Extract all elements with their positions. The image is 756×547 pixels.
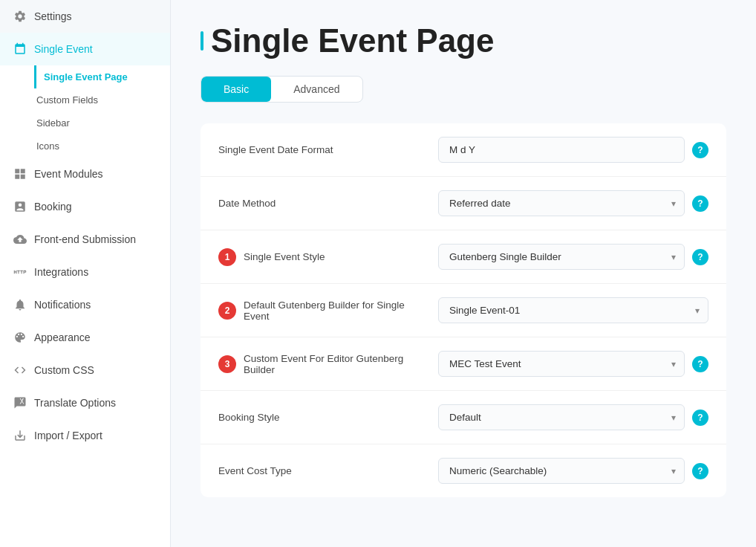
form-row-booking-style: Booking Style Default Modern Classic ? [201, 391, 726, 444]
help-btn-custom-event-editor[interactable]: ? [692, 356, 708, 372]
select-booking-style[interactable]: Default Modern Classic [438, 404, 685, 430]
select-event-cost-type[interactable]: Numeric (Searchable) Text None [438, 458, 685, 484]
page-title: Single Event Page [211, 22, 494, 59]
translate-icon [13, 396, 27, 410]
sidebar-item-settings-label: Settings [34, 10, 72, 22]
form-row-custom-event-editor: 3 Custom Event For Editor Gutenberg Buil… [201, 337, 726, 391]
integrations-icon [13, 265, 27, 279]
label-booking-style: Booking Style [218, 412, 426, 423]
sidebar-item-event-modules-label: Event Modules [34, 168, 103, 180]
gear-icon [13, 10, 27, 23]
input-date-format[interactable] [438, 137, 685, 163]
control-event-style: Gutenberg Single Builder Classic Modern … [438, 244, 708, 270]
select-wrapper-event-cost-type: Numeric (Searchable) Text None [438, 458, 685, 484]
select-custom-event-editor[interactable]: MEC Test Event Event 1 Event 2 [438, 351, 685, 377]
sidebar-item-import-export-label: Import / Export [34, 430, 102, 441]
step-badge-1: 1 [218, 248, 236, 266]
sidebar-item-booking[interactable]: Booking [0, 190, 170, 223]
select-wrapper-gutenberg-builder: Single Event-01 Single Event-02 Single E… [438, 297, 708, 323]
sidebar-item-appearance-label: Appearance [34, 331, 91, 343]
select-event-style[interactable]: Gutenberg Single Builder Classic Modern [438, 244, 685, 270]
sidebar-item-translate-options[interactable]: Translate Options [0, 386, 170, 419]
tab-basic[interactable]: Basic [201, 77, 271, 102]
label-event-cost-type: Event Cost Type [218, 465, 426, 476]
sidebar-subitem-icons[interactable]: Icons [34, 135, 170, 158]
sidebar-subitem-sidebar[interactable]: Sidebar [34, 111, 170, 135]
sidebar-subnav: Single Event Page Custom Fields Sidebar … [0, 65, 170, 158]
label-gutenberg-builder: 2 Default Gutenberg Builder for Single E… [218, 300, 426, 322]
label-date-method: Date Method [218, 198, 426, 209]
sidebar-item-import-export[interactable]: Import / Export [0, 419, 170, 452]
sidebar-item-frontend-submission-label: Front-end Submission [34, 233, 136, 245]
help-btn-booking-style[interactable]: ? [692, 410, 708, 426]
sidebar-subitem-single-event-page[interactable]: Single Event Page [34, 65, 170, 88]
page-title-accent-bar [201, 31, 203, 51]
sidebar: Settings Single Event Single Event Page … [0, 0, 171, 547]
sidebar-subitem-custom-fields[interactable]: Custom Fields [34, 88, 170, 111]
label-date-format: Single Event Date Format [218, 144, 426, 155]
select-wrapper-custom-event-editor: MEC Test Event Event 1 Event 2 [438, 351, 685, 377]
control-custom-event-editor: MEC Test Event Event 1 Event 2 ? [438, 351, 708, 377]
sidebar-item-custom-css[interactable]: Custom CSS [0, 354, 170, 386]
bell-icon [13, 298, 27, 311]
control-date-method: Referred date Start date End date ? [438, 190, 708, 216]
select-gutenberg-builder[interactable]: Single Event-01 Single Event-02 Single E… [438, 297, 708, 323]
control-date-format: ? [438, 137, 708, 163]
select-wrapper-date-method: Referred date Start date End date [438, 190, 685, 216]
sidebar-item-notifications[interactable]: Notifications [0, 288, 170, 321]
import-icon [13, 429, 27, 442]
select-wrapper-booking-style: Default Modern Classic [438, 404, 685, 430]
main-content: Single Event Page Basic Advanced Single … [171, 0, 756, 547]
sidebar-item-frontend-submission[interactable]: Front-end Submission [0, 223, 170, 256]
step-badge-2: 2 [218, 302, 236, 320]
label-custom-event-editor: 3 Custom Event For Editor Gutenberg Buil… [218, 353, 426, 375]
sidebar-item-single-event-label: Single Event [34, 43, 93, 55]
sidebar-item-single-event[interactable]: Single Event [0, 33, 170, 65]
control-gutenberg-builder: Single Event-01 Single Event-02 Single E… [438, 297, 708, 323]
select-wrapper-event-style: Gutenberg Single Builder Classic Modern [438, 244, 685, 270]
form-row-date-method: Date Method Referred date Start date End… [201, 177, 726, 230]
sidebar-item-custom-css-label: Custom CSS [34, 364, 94, 376]
calendar-icon [13, 42, 27, 56]
control-event-cost-type: Numeric (Searchable) Text None ? [438, 458, 708, 484]
sidebar-item-booking-label: Booking [34, 201, 72, 213]
page-title-container: Single Event Page [201, 22, 726, 59]
step-badge-3: 3 [218, 355, 236, 373]
help-btn-event-cost-type[interactable]: ? [692, 463, 708, 479]
tab-bar: Basic Advanced [201, 76, 363, 103]
form-section: Single Event Date Format ? Date Method R… [201, 123, 726, 497]
upload-icon [13, 233, 27, 246]
sidebar-item-appearance[interactable]: Appearance [0, 321, 170, 354]
sidebar-item-notifications-label: Notifications [34, 299, 91, 311]
select-date-method[interactable]: Referred date Start date End date [438, 190, 685, 216]
sidebar-item-event-modules[interactable]: Event Modules [0, 158, 170, 190]
form-row-event-style: 1 Single Event Style Gutenberg Single Bu… [201, 230, 726, 284]
form-row-date-format: Single Event Date Format ? [201, 123, 726, 177]
sidebar-item-integrations-label: Integrations [34, 266, 88, 278]
form-row-event-cost-type: Event Cost Type Numeric (Searchable) Tex… [201, 444, 726, 497]
sidebar-item-settings[interactable]: Settings [0, 0, 170, 33]
appearance-icon [13, 331, 27, 344]
help-btn-date-format[interactable]: ? [692, 142, 708, 158]
booking-icon [13, 200, 27, 213]
label-event-style: 1 Single Event Style [218, 248, 426, 266]
help-btn-event-style[interactable]: ? [692, 249, 708, 265]
sidebar-item-integrations[interactable]: Integrations [0, 256, 170, 288]
sidebar-item-translate-options-label: Translate Options [34, 397, 116, 409]
help-btn-date-method[interactable]: ? [692, 195, 708, 212]
modules-icon [13, 167, 27, 181]
form-row-gutenberg-builder: 2 Default Gutenberg Builder for Single E… [201, 284, 726, 337]
tab-advanced[interactable]: Advanced [271, 77, 362, 102]
css-icon [13, 363, 27, 377]
control-booking-style: Default Modern Classic ? [438, 404, 708, 430]
